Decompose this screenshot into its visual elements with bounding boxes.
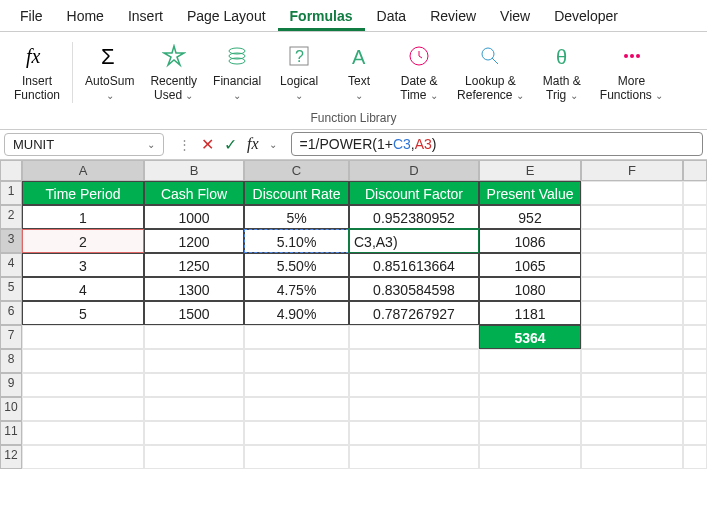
coins-icon <box>223 42 251 70</box>
tab-home[interactable]: Home <box>55 4 116 31</box>
row-header-6[interactable]: 6 <box>0 301 22 325</box>
cell-a7[interactable] <box>22 325 144 349</box>
cell-b7[interactable] <box>144 325 244 349</box>
cell-b1[interactable]: Cash Flow <box>144 181 244 205</box>
cell-b4[interactable]: 1250 <box>144 253 244 277</box>
cell-d2[interactable]: 0.952380952 <box>349 205 479 229</box>
row-header-1[interactable]: 1 <box>0 181 22 205</box>
cell-e3[interactable]: 1086 <box>479 229 581 253</box>
text-button[interactable]: A Text⌄ <box>329 40 389 105</box>
fx-icon[interactable]: fx <box>247 135 259 153</box>
row-header-7[interactable]: 7 <box>0 325 22 349</box>
cell-a3[interactable]: 2 <box>22 229 144 253</box>
cell-a2[interactable]: 1 <box>22 205 144 229</box>
row-header-5[interactable]: 5 <box>0 277 22 301</box>
cell-f4[interactable] <box>581 253 683 277</box>
math-trig-button[interactable]: θ Math & Trig ⌄ <box>532 40 592 105</box>
row-header-3[interactable]: 3 <box>0 229 22 253</box>
cell-e7[interactable]: 5364 <box>479 325 581 349</box>
recently-used-button[interactable]: Recently Used ⌄ <box>142 40 205 105</box>
cell-e2[interactable]: 952 <box>479 205 581 229</box>
select-all[interactable] <box>0 160 22 181</box>
lookup-reference-button[interactable]: Lookup & Reference ⌄ <box>449 40 532 105</box>
cell-g1[interactable] <box>683 181 707 205</box>
tab-review[interactable]: Review <box>418 4 488 31</box>
tab-insert[interactable]: Insert <box>116 4 175 31</box>
cell-d7[interactable] <box>349 325 479 349</box>
col-header-g[interactable] <box>683 160 707 181</box>
cell-c6[interactable]: 4.90% <box>244 301 349 325</box>
cell-g4[interactable] <box>683 253 707 277</box>
cancel-icon[interactable]: ✕ <box>201 135 214 154</box>
cell-e5[interactable]: 1080 <box>479 277 581 301</box>
cell-c5[interactable]: 4.75% <box>244 277 349 301</box>
cell-a5[interactable]: 4 <box>22 277 144 301</box>
col-header-a[interactable]: A <box>22 160 144 181</box>
row-header-12[interactable]: 12 <box>0 445 22 469</box>
col-header-d[interactable]: D <box>349 160 479 181</box>
svg-text:?: ? <box>295 48 304 65</box>
cell-f7[interactable] <box>581 325 683 349</box>
worksheet-grid[interactable]: A B C D E F 1 Time Period Cash Flow Disc… <box>0 160 707 469</box>
cell-f5[interactable] <box>581 277 683 301</box>
cell-c1[interactable]: Discount Rate <box>244 181 349 205</box>
row-header-2[interactable]: 2 <box>0 205 22 229</box>
row-header-10[interactable]: 10 <box>0 397 22 421</box>
row-header-9[interactable]: 9 <box>0 373 22 397</box>
autosum-button[interactable]: Σ AutoSum⌄ <box>77 40 142 105</box>
cell-g7[interactable] <box>683 325 707 349</box>
tab-view[interactable]: View <box>488 4 542 31</box>
financial-button[interactable]: Financial⌄ <box>205 40 269 105</box>
cell-b2[interactable]: 1000 <box>144 205 244 229</box>
cell-f2[interactable] <box>581 205 683 229</box>
tab-data[interactable]: Data <box>365 4 419 31</box>
cell-d3[interactable]: C3,A3) <box>349 229 479 253</box>
cell-a1[interactable]: Time Period <box>22 181 144 205</box>
cell-b5[interactable]: 1300 <box>144 277 244 301</box>
cell-d5[interactable]: 0.830584598 <box>349 277 479 301</box>
enter-icon[interactable]: ✓ <box>224 135 237 154</box>
row-header-4[interactable]: 4 <box>0 253 22 277</box>
tab-file[interactable]: File <box>8 4 55 31</box>
svg-point-12 <box>630 54 634 58</box>
cell-c2[interactable]: 5% <box>244 205 349 229</box>
formula-ref-c3: C3 <box>393 136 411 152</box>
svg-point-13 <box>636 54 640 58</box>
cell-g6[interactable] <box>683 301 707 325</box>
col-header-c[interactable]: C <box>244 160 349 181</box>
cell-c7[interactable] <box>244 325 349 349</box>
cell-c3[interactable]: 5.10% <box>244 229 349 253</box>
more-functions-button[interactable]: More Functions ⌄ <box>592 40 671 105</box>
col-header-b[interactable]: B <box>144 160 244 181</box>
cell-a6[interactable]: 5 <box>22 301 144 325</box>
tab-developer[interactable]: Developer <box>542 4 630 31</box>
col-header-f[interactable]: F <box>581 160 683 181</box>
formula-input[interactable]: =1/POWER(1+C3,A3) <box>291 132 703 156</box>
cell-b3[interactable]: 1200 <box>144 229 244 253</box>
cell-e4[interactable]: 1065 <box>479 253 581 277</box>
cell-g3[interactable] <box>683 229 707 253</box>
cell-f6[interactable] <box>581 301 683 325</box>
logical-button[interactable]: ? Logical⌄ <box>269 40 329 105</box>
cell-g2[interactable] <box>683 205 707 229</box>
date-time-button[interactable]: Date & Time ⌄ <box>389 40 449 105</box>
letter-a-icon: A <box>345 42 373 70</box>
cell-f3[interactable] <box>581 229 683 253</box>
cell-e6[interactable]: 1181 <box>479 301 581 325</box>
tab-page-layout[interactable]: Page Layout <box>175 4 278 31</box>
name-box[interactable]: MUNIT ⌄ <box>4 133 164 156</box>
insert-function-button[interactable]: fx Insert Function <box>6 40 68 105</box>
cell-a4[interactable]: 3 <box>22 253 144 277</box>
col-header-e[interactable]: E <box>479 160 581 181</box>
cell-g5[interactable] <box>683 277 707 301</box>
cell-b6[interactable]: 1500 <box>144 301 244 325</box>
cell-d1[interactable]: Discount Factor <box>349 181 479 205</box>
cell-d6[interactable]: 0.787267927 <box>349 301 479 325</box>
cell-c4[interactable]: 5.50% <box>244 253 349 277</box>
cell-e1[interactable]: Present Value <box>479 181 581 205</box>
cell-f1[interactable] <box>581 181 683 205</box>
cell-d4[interactable]: 0.851613664 <box>349 253 479 277</box>
tab-formulas[interactable]: Formulas <box>278 4 365 31</box>
row-header-11[interactable]: 11 <box>0 421 22 445</box>
row-header-8[interactable]: 8 <box>0 349 22 373</box>
